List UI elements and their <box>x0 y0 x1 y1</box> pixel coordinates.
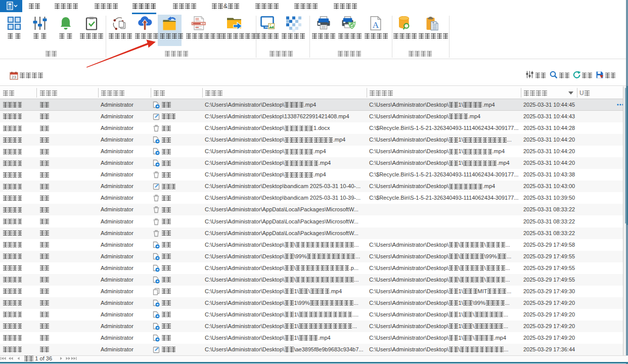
svg-text:A: A <box>373 20 379 30</box>
svg-text:23: 23 <box>12 75 16 79</box>
